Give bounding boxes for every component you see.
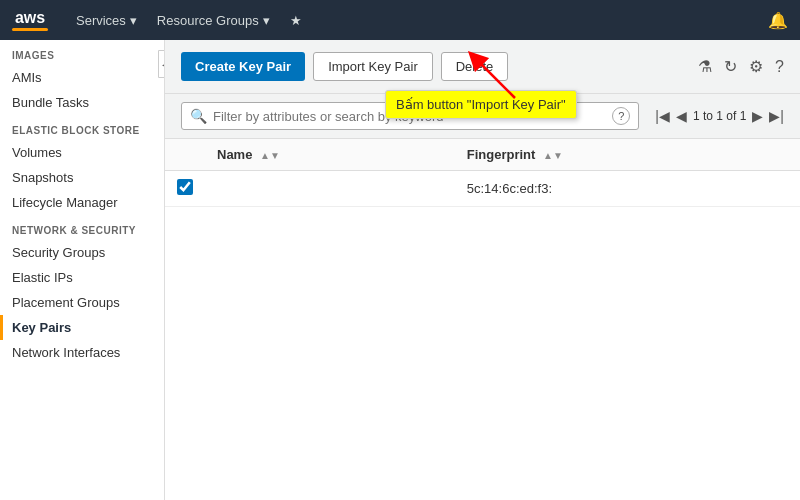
aws-logo: aws — [12, 10, 48, 31]
name-column-header[interactable]: Name ▲▼ — [205, 139, 455, 171]
sidebar: ◀ IMAGES AMIs Bundle Tasks ELASTIC BLOCK… — [0, 40, 165, 500]
sort-icon: ▲▼ — [543, 150, 563, 161]
toolbar-icons: ⚗ ↻ ⚙ ? — [698, 57, 784, 76]
key-pairs-table-wrap: Name ▲▼ Fingerprint ▲▼ 5c:14:6c:ed:f3: — [165, 139, 800, 500]
import-key-pair-button[interactable]: Import Key Pair — [313, 52, 433, 81]
bookmark-icon[interactable]: ★ — [290, 13, 302, 28]
sidebar-item-amis[interactable]: AMIs — [0, 65, 164, 90]
sidebar-item-elastic-ips[interactable]: Elastic IPs — [0, 265, 164, 290]
next-page-button[interactable]: ▶ — [752, 108, 763, 124]
sidebar-item-snapshots[interactable]: Snapshots — [0, 165, 164, 190]
sidebar-item-key-pairs[interactable]: Key Pairs — [0, 315, 164, 340]
svg-line-1 — [475, 58, 515, 98]
chevron-down-icon: ▾ — [130, 13, 137, 28]
table-header-row: Name ▲▼ Fingerprint ▲▼ — [165, 139, 800, 171]
bell-icon[interactable]: 🔔 — [768, 11, 788, 30]
pagination: |◀ ◀ 1 to 1 of 1 ▶ ▶| — [655, 108, 784, 124]
row-name-cell — [205, 171, 455, 207]
first-page-button[interactable]: |◀ — [655, 108, 670, 124]
settings-icon[interactable]: ⚙ — [749, 57, 763, 76]
sidebar-collapse-button[interactable]: ◀ — [158, 50, 165, 78]
last-page-button[interactable]: ▶| — [769, 108, 784, 124]
sidebar-item-placement-groups[interactable]: Placement Groups — [0, 290, 164, 315]
key-pairs-table: Name ▲▼ Fingerprint ▲▼ 5c:14:6c:ed:f3: — [165, 139, 800, 207]
row-checkbox[interactable] — [177, 179, 193, 195]
tooltip: Bấm button "Import Key Pair" — [385, 90, 577, 119]
search-help-icon[interactable]: ? — [612, 107, 630, 125]
fingerprint-column-header[interactable]: Fingerprint ▲▼ — [455, 139, 800, 171]
toolbar: Create Key Pair Import Key Pair Delete B… — [165, 40, 800, 94]
arrow-icon — [465, 50, 525, 100]
services-menu[interactable]: Services ▾ — [76, 13, 137, 28]
refresh-icon[interactable]: ↻ — [724, 57, 737, 76]
main-content: Create Key Pair Import Key Pair Delete B… — [165, 40, 800, 500]
sidebar-item-security-groups[interactable]: Security Groups — [0, 240, 164, 265]
sidebar-section-ebs: ELASTIC BLOCK STORE — [0, 115, 164, 140]
sort-icon: ▲▼ — [260, 150, 280, 161]
search-icon: 🔍 — [190, 108, 207, 124]
chevron-down-icon: ▾ — [263, 13, 270, 28]
table-row: 5c:14:6c:ed:f3: — [165, 171, 800, 207]
flask-icon[interactable]: ⚗ — [698, 57, 712, 76]
sidebar-item-network-interfaces[interactable]: Network Interfaces — [0, 340, 164, 365]
create-key-pair-button[interactable]: Create Key Pair — [181, 52, 305, 81]
resource-groups-menu[interactable]: Resource Groups ▾ — [157, 13, 270, 28]
sidebar-section-network-security: NETWORK & SECURITY — [0, 215, 164, 240]
row-fingerprint-cell: 5c:14:6c:ed:f3: — [455, 171, 800, 207]
row-checkbox-cell[interactable] — [165, 171, 205, 207]
sidebar-section-images: IMAGES — [0, 40, 164, 65]
checkbox-column-header — [165, 139, 205, 171]
main-layout: ◀ IMAGES AMIs Bundle Tasks ELASTIC BLOCK… — [0, 40, 800, 500]
help-icon[interactable]: ? — [775, 58, 784, 76]
top-navigation: aws Services ▾ Resource Groups ▾ ★ 🔔 — [0, 0, 800, 40]
pagination-text: 1 to 1 of 1 — [693, 109, 746, 123]
sidebar-item-lifecycle-manager[interactable]: Lifecycle Manager — [0, 190, 164, 215]
sidebar-item-volumes[interactable]: Volumes — [0, 140, 164, 165]
sidebar-item-bundle-tasks[interactable]: Bundle Tasks — [0, 90, 164, 115]
prev-page-button[interactable]: ◀ — [676, 108, 687, 124]
